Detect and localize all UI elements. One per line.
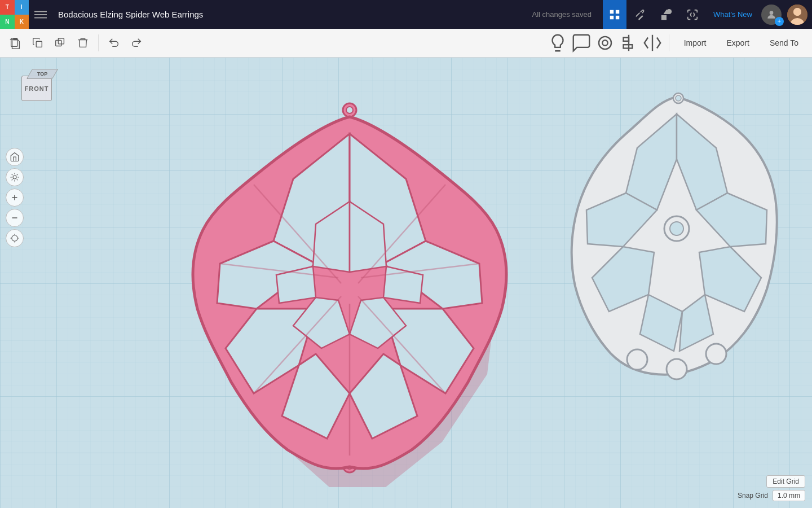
svg-rect-0 [34,11,47,12]
snap-grid-label: Snap Grid [738,492,768,500]
svg-point-44 [627,349,647,370]
viewport-controls [6,148,24,247]
svg-point-47 [13,176,16,179]
edit-grid-button[interactable]: Edit Grid [766,475,805,488]
navbar: T I N K Bodacious Elzing Spider Web Earr… [0,0,812,29]
tools-button[interactable] [629,0,652,29]
svg-point-45 [667,359,687,379]
snap-grid-row: Snap Grid 1.0 mm [738,490,805,501]
svg-rect-15 [36,41,42,47]
snap-grid-value[interactable]: 1.0 mm [773,490,805,501]
import-button[interactable]: Import [675,32,716,54]
grid-view-button[interactable] [603,0,626,29]
code-button[interactable] [681,0,704,29]
svg-rect-3 [610,10,614,13]
cube-top-face: TOP [27,69,58,79]
whats-new-button[interactable]: What's New [707,10,759,19]
save-status: All changes saved [523,10,601,19]
svg-rect-4 [616,10,619,13]
svg-rect-7 [661,15,667,19]
avatar-image [787,5,807,25]
user-avatar[interactable] [787,5,807,25]
new-button[interactable] [5,32,26,54]
view-cube[interactable]: FRONT TOP [17,69,62,114]
orbit-button[interactable] [6,168,24,186]
grid-background [0,58,812,508]
delete-button[interactable] [72,32,94,54]
undo-button[interactable] [103,32,125,54]
tinkercad-logo[interactable]: T I N K [0,0,29,29]
logo-n: N [0,15,15,29]
svg-point-27 [346,107,353,113]
zoom-in-button[interactable] [6,189,24,207]
duplicate-button[interactable] [50,32,71,54]
toolbar-separator-2 [669,34,669,51]
logo-k: K [15,15,29,29]
layers-button[interactable] [594,32,616,54]
svg-rect-22 [623,45,632,48]
toolbar-separator-1 [98,34,99,51]
toolbar: Import Export Send To [0,29,812,58]
svg-rect-1 [34,14,47,15]
home-button[interactable] [6,148,24,166]
svg-point-43 [676,95,681,101]
logo-i: I [15,0,29,15]
svg-rect-5 [610,15,614,19]
toolbar-right: Import Export Send To [547,32,807,54]
mirror-button[interactable] [642,32,663,54]
fit-all-button[interactable] [6,229,24,247]
svg-point-19 [602,40,608,46]
zoom-out-button[interactable] [6,209,24,227]
svg-point-18 [599,37,611,49]
hint-button[interactable] [547,32,568,54]
bottom-right-controls: Edit Grid Snap Grid 1.0 mm [738,475,805,501]
add-user-button[interactable]: + [775,17,784,26]
align-button[interactable] [618,32,639,54]
menu-button[interactable] [29,0,52,29]
svg-rect-21 [623,38,629,41]
navbar-right: All changes saved What's New + [523,0,812,29]
logo-t: T [0,0,15,15]
svg-point-9 [770,11,774,15]
shapes-button[interactable] [655,0,678,29]
svg-point-46 [706,344,726,364]
cube-front-face: FRONT [21,76,52,101]
svg-point-41 [670,222,683,235]
export-button[interactable]: Export [717,32,758,54]
svg-rect-6 [616,15,619,19]
svg-point-13 [793,8,801,16]
project-title[interactable]: Bodacious Elzing Spider Web Earrings [52,10,209,19]
svg-rect-2 [34,17,47,18]
send-to-button[interactable]: Send To [761,32,807,54]
notes-button[interactable] [571,32,592,54]
svg-point-51 [12,235,18,242]
redo-button[interactable] [126,32,147,54]
copy-button[interactable] [27,32,48,54]
viewport[interactable]: FRONT TOP [0,58,812,508]
